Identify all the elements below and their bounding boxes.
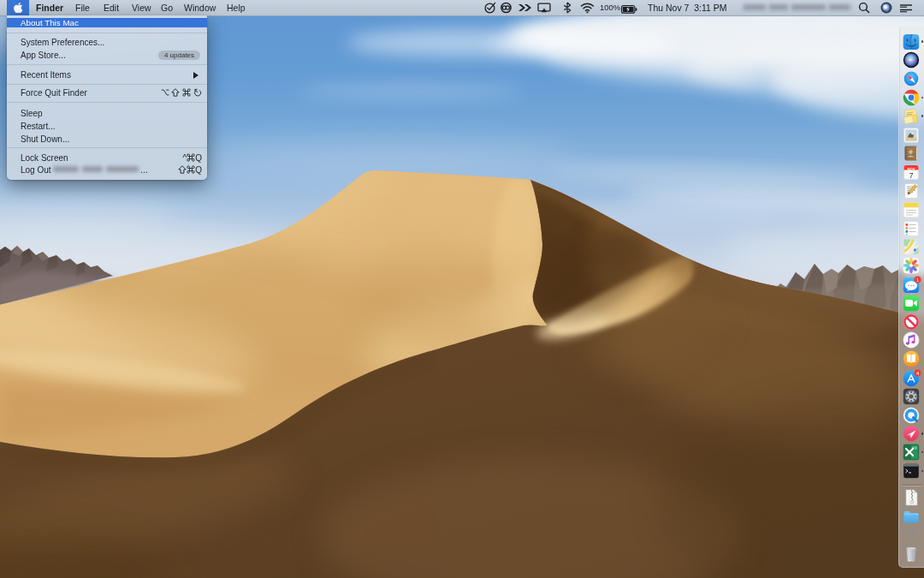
svg-text:?: ? xyxy=(907,527,915,545)
svg-text:7: 7 xyxy=(909,171,914,180)
svg-text:1: 1 xyxy=(916,277,919,282)
